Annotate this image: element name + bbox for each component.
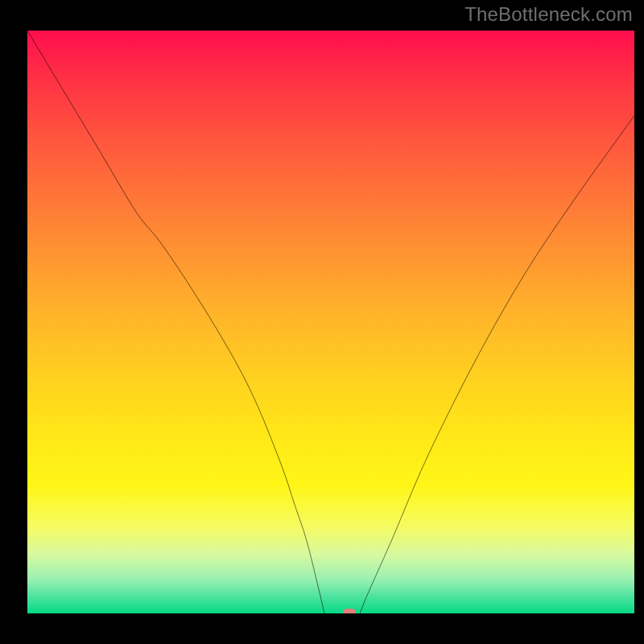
optimal-point-marker bbox=[343, 609, 356, 613]
bottleneck-curve bbox=[27, 31, 634, 613]
chart-frame: TheBottleneck.com bbox=[0, 0, 644, 644]
watermark-text: TheBottleneck.com bbox=[464, 3, 633, 26]
curve-layer bbox=[27, 31, 634, 613]
plot-area bbox=[27, 31, 634, 613]
